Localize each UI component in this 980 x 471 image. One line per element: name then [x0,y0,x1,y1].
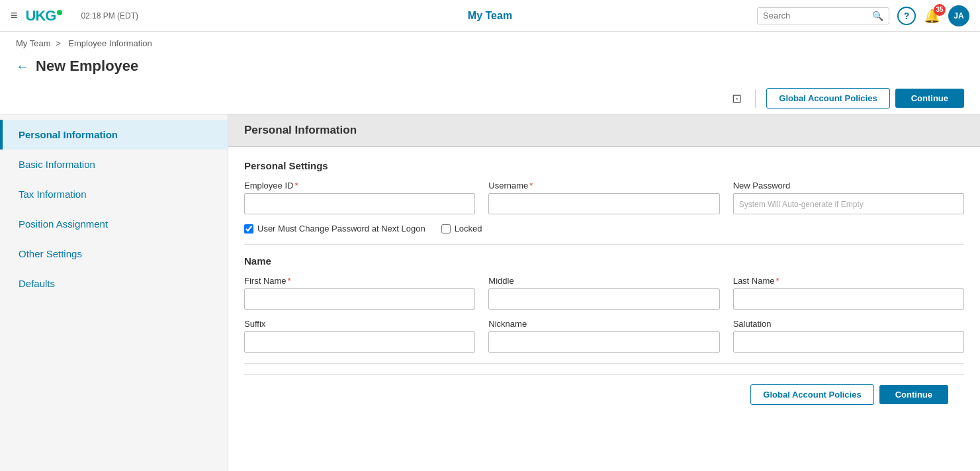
sidebar-label-personal-information: Personal Information [19,129,118,140]
salutation-input[interactable] [733,331,964,353]
logo: UKG [26,7,63,24]
nickname-field: Nickname [488,319,719,353]
logo-text: UKG [26,7,56,24]
last-name-input[interactable] [733,288,964,310]
username-required: * [529,181,533,191]
employee-id-required: * [294,181,298,191]
last-name-label: Last Name* [733,276,964,286]
user-must-change-label: User Must Change Password at Next Logon [257,224,425,234]
sidebar-label-defaults: Defaults [19,278,55,289]
header-title: My Team [468,10,512,22]
nickname-label: Nickname [488,319,719,329]
first-name-field: First Name* [244,276,475,310]
content-area: Personal Information Personal Settings E… [228,114,980,471]
global-account-policies-button-bottom[interactable]: Global Account Policies [750,384,873,405]
sidebar-item-defaults[interactable]: Defaults [0,269,228,298]
sidebar-item-basic-information[interactable]: Basic Information [0,150,228,179]
header-right: 🔍 ? 🔔 35 JA [757,5,969,26]
personal-settings-row-1: Employee ID* Username* New Password [244,181,964,214]
section-header: Personal Information [228,114,980,147]
locked-label: Locked [455,224,482,234]
locked-checkbox[interactable] [441,224,451,234]
search-icon: 🔍 [872,11,883,21]
nickname-input[interactable] [488,331,719,353]
help-icon[interactable]: ? [897,7,916,25]
breadcrumb-separator: > [56,38,61,48]
last-name-required: * [776,276,780,286]
employee-id-label: Employee ID* [244,181,475,191]
salutation-label: Salutation [733,319,964,329]
sidebar-label-tax-information: Tax Information [19,189,87,200]
breadcrumb-my-team[interactable]: My Team [16,38,51,48]
search-box[interactable]: 🔍 [757,7,889,24]
main-layout: Personal Information Basic Information T… [0,114,980,471]
personal-settings-title: Personal Settings [244,160,964,171]
first-name-input[interactable] [244,288,475,310]
page-title-row: ← New Employee [0,55,980,83]
search-input[interactable] [763,11,872,21]
logo-dot [57,10,62,15]
sidebar-item-other-settings[interactable]: Other Settings [0,239,228,269]
username-input[interactable] [488,193,719,214]
section-body: Personal Settings Employee ID* Username*… [228,147,980,427]
name-row-1: First Name* Middle Last Name* [244,276,964,310]
section-divider-2 [244,363,964,364]
breadcrumb-current: Employee Information [68,38,152,48]
notification-count: 35 [934,4,946,16]
new-password-input[interactable] [733,193,964,214]
header: ≡ UKG 02:18 PM (EDT) My Team 🔍 ? 🔔 35 JA [0,0,980,32]
employee-id-field: Employee ID* [244,181,475,214]
locked-checkbox-item: Locked [441,224,482,234]
user-must-change-checkbox[interactable] [244,224,253,234]
sidebar-label-other-settings: Other Settings [19,248,82,259]
section-divider-1 [244,244,964,245]
middle-label: Middle [488,276,719,286]
suffix-input[interactable] [244,331,475,353]
menu-icon[interactable]: ≡ [11,9,18,22]
sidebar: Personal Information Basic Information T… [0,114,228,471]
sidebar-item-position-assignment[interactable]: Position Assignment [0,209,228,239]
first-name-required: * [288,276,291,286]
username-label: Username* [488,181,719,191]
continue-button-top[interactable]: Continue [895,89,964,108]
back-arrow[interactable]: ← [16,59,29,74]
first-name-label: First Name* [244,276,475,286]
notification-bell[interactable]: 🔔 35 [924,8,940,24]
suffix-label: Suffix [244,319,475,329]
middle-input[interactable] [488,288,719,310]
global-account-policies-button-top[interactable]: Global Account Policies [766,88,889,108]
sidebar-item-personal-information[interactable]: Personal Information [0,120,228,150]
employee-id-input[interactable] [244,193,475,214]
continue-button-bottom[interactable]: Continue [879,385,948,404]
top-toolbar: ⊡ Global Account Policies Continue [0,83,980,114]
breadcrumb: My Team > Employee Information [0,32,980,55]
sidebar-item-tax-information[interactable]: Tax Information [0,179,228,209]
header-time: 02:18 PM (EDT) [81,11,138,21]
new-password-field: New Password [733,181,964,214]
last-name-field: Last Name* [733,276,964,310]
checkbox-row: User Must Change Password at Next Logon … [244,224,964,234]
name-row-2: Suffix Nickname Salutation [244,319,964,353]
name-title: Name [244,255,964,267]
new-password-label: New Password [733,181,964,191]
page-title: New Employee [36,58,138,75]
toolbar-divider [755,89,756,108]
username-field: Username* [488,181,719,214]
chat-icon[interactable]: ⊡ [732,91,742,106]
bottom-toolbar: Global Account Policies Continue [244,374,964,414]
middle-field: Middle [488,276,719,310]
sidebar-label-basic-information: Basic Information [19,159,95,170]
salutation-field: Salutation [733,319,964,353]
avatar[interactable]: JA [948,5,969,26]
user-must-change-checkbox-item: User Must Change Password at Next Logon [244,224,425,234]
sidebar-label-position-assignment: Position Assignment [19,218,108,230]
suffix-field: Suffix [244,319,475,353]
